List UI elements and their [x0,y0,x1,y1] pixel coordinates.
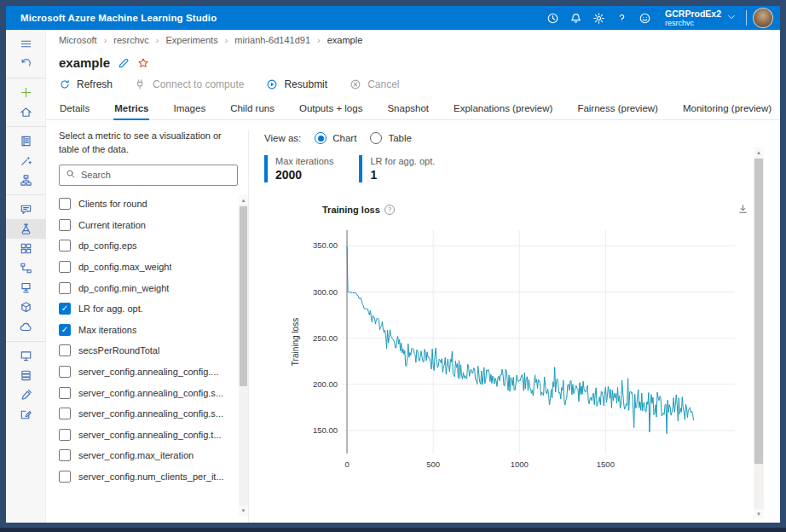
nav-components-icon[interactable] [6,258,46,278]
tenant-switcher[interactable]: GCRProdEx2 resrchvc [665,9,721,27]
favorite-star-icon[interactable] [137,57,149,69]
nav-linked-services-icon[interactable] [6,405,46,425]
metric-list-item[interactable]: server_config.annealing_config.t... [59,424,228,445]
scroll-up-arrow[interactable]: ▲ [239,195,248,205]
avatar[interactable] [753,8,773,28]
checkbox[interactable] [59,198,71,210]
metric-list-item[interactable]: dp_config.eps [59,235,228,257]
metric-list-item[interactable]: Clients for round [59,194,228,215]
nav-notebooks-icon[interactable] [6,131,46,151]
help-icon [616,12,628,25]
checkbox[interactable]: ✓ [59,303,71,315]
bell-icon[interactable] [564,7,587,29]
nav-data-labeling-icon[interactable] [6,385,46,405]
metric-list-item[interactable]: ✓LR for agg. opt. [59,298,228,320]
checkbox[interactable] [59,471,71,483]
metric-list-item[interactable]: server_config.annealing_config.s... [59,403,228,425]
checkbox[interactable] [59,387,71,399]
nav-datastores-icon[interactable] [6,366,46,385]
tab-metrics[interactable]: Metrics [113,96,149,119]
scroll-up-arrow[interactable]: ▲ [754,147,764,158]
nav-collapse-icon[interactable] [6,54,46,73]
breadcrumb-item[interactable]: resrchvc [113,35,149,45]
checkbox[interactable] [59,366,71,378]
checkbox[interactable] [59,219,71,231]
scrollbar-thumb[interactable] [754,159,763,464]
tab-child-runs[interactable]: Child runs [229,96,275,119]
breadcrumb-item[interactable]: Experiments [166,35,218,45]
tab-images[interactable]: Images [172,96,206,119]
nav-experiments-icon[interactable] [6,219,46,239]
checkbox[interactable] [59,408,71,419]
view-as-chart-radio[interactable]: Chart [315,132,356,144]
breadcrumb-item[interactable]: mirianh-6d141d91 [234,35,310,45]
breadcrumb-item[interactable]: Microsoft [59,35,97,45]
nav-compute-icon[interactable] [6,346,46,366]
nav-automl-icon[interactable] [6,151,46,171]
nav-datasets-icon[interactable] [6,200,46,219]
scrollbar-thumb[interactable] [240,206,247,386]
scroll-down-arrow[interactable]: ▼ [754,509,764,519]
tab-fairness-preview-[interactable]: Fairness (preview) [576,96,659,119]
metric-label: server_config.annealing_config.s... [78,388,223,398]
svg-text:Training loss: Training loss [291,318,300,366]
metric-list-item[interactable]: Current iteration [59,214,228,235]
chevron-down-icon[interactable] [726,10,737,26]
checkbox[interactable] [59,261,71,273]
command-label: Refresh [77,78,113,90]
checkbox[interactable] [59,240,71,252]
nav-home-icon[interactable] [6,102,46,122]
tab-monitoring-preview-[interactable]: Monitoring (preview) [682,96,772,119]
nav-divider [6,126,46,127]
clock-icon [546,12,559,25]
help-icon[interactable]: ? [384,205,395,215]
search-input[interactable] [81,170,231,180]
metric-label: server_config.annealing_config.t... [78,430,222,440]
metric-list-item[interactable]: server_config.num_clients_per_it... [59,466,228,488]
nav-endpoints-icon[interactable] [6,298,46,317]
nav-models-icon[interactable] [6,278,46,298]
nav-designer-icon[interactable] [6,171,46,190]
nav-webservices-icon[interactable] [6,317,46,337]
help-icon[interactable] [610,7,633,29]
main-scrollbar[interactable]: ▲ ▼ [754,147,764,519]
nav-menu-icon[interactable] [6,34,46,54]
clock-icon[interactable] [541,7,564,29]
metric-card: LR for agg. opt.1 [359,155,448,182]
gear-icon[interactable] [587,7,610,29]
nav-pipelines-icon[interactable] [6,239,46,258]
tab-details[interactable]: Details [59,96,90,119]
breadcrumb-separator: › [156,35,159,45]
checkbox[interactable] [59,429,71,441]
metric-list-item[interactable]: ✓Max iterations [59,319,228,340]
view-as-table-radio[interactable]: Table [370,132,412,144]
data-labeling-icon [20,389,32,402]
metric-list-item[interactable]: secsPerRoundTotal [59,340,228,361]
scroll-down-arrow[interactable]: ▼ [239,506,248,516]
metric-list-item[interactable]: dp_config.min_weight [59,277,228,298]
edit-icon[interactable] [118,57,130,69]
feedback-icon[interactable] [633,7,656,29]
metric-list-item[interactable]: dp_config.max_weight [59,257,228,278]
metric-list-scrollbar[interactable]: ▲ ▼ [239,195,248,516]
metric-list-item[interactable]: server_config.annealing_config.s... [59,382,228,403]
checkbox[interactable] [59,282,71,294]
svg-text:350.00: 350.00 [313,240,338,250]
breadcrumb: Microsoft›resrchvc›Experiments›mirianh-6… [46,30,780,49]
download-icon[interactable] [737,204,748,215]
command-bar: RefreshConnect to computeResubmitCancel [46,71,780,96]
resubmit-button[interactable]: Resubmit [266,78,327,90]
checkbox[interactable] [59,449,71,461]
refresh-button[interactable]: Refresh [59,78,113,90]
tab-snapshot[interactable]: Snapshot [386,96,430,119]
tab-explanations-preview-[interactable]: Explanations (preview) [453,96,553,119]
cancel-button[interactable]: Cancel [350,78,399,90]
checkbox[interactable] [59,344,71,356]
connect-to-compute-button[interactable]: Connect to compute [135,78,244,90]
metric-list-item[interactable]: server_config.annealing_config.... [59,361,228,383]
checkbox[interactable]: ✓ [59,324,71,336]
metric-label: server_config.max_iteration [78,450,194,460]
metric-list-item[interactable]: server_config.max_iteration [59,445,228,466]
tab-outputs-logs[interactable]: Outputs + logs [298,96,363,119]
nav-new-icon[interactable] [6,83,46,102]
